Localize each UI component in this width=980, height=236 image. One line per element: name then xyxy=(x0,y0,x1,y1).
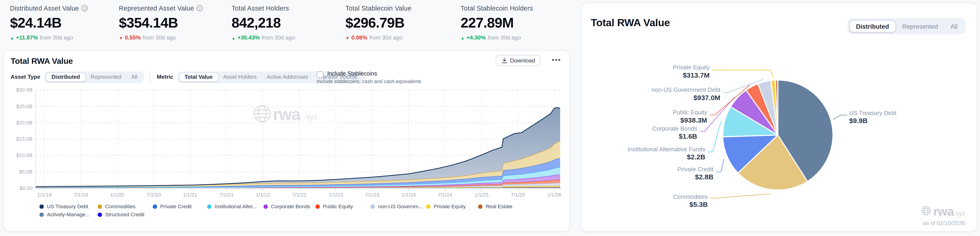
asset-type-option-distributed[interactable]: Distributed xyxy=(46,72,86,81)
pie-label-private-credit: Private Credit$2.8B xyxy=(677,165,713,181)
stat-delta: ▼ 0.55% from 30d ago xyxy=(119,35,203,41)
pie-label-commodities: Commodities$5.3B xyxy=(673,193,708,209)
legend-item: Actively-Manage... xyxy=(40,211,98,217)
asset-type-option-all[interactable]: All xyxy=(126,72,143,81)
rwa-pie-chart[interactable] xyxy=(581,3,978,233)
stat-label: Total Stablecoin Value xyxy=(345,4,411,12)
legend-item: Real Estate xyxy=(478,203,523,209)
card-title: Total RWA Value xyxy=(11,56,73,66)
svg-text:$10.0B: $10.0B xyxy=(16,152,33,158)
svg-text:$30.0B: $30.0B xyxy=(16,87,33,93)
delta-arrow-icon: ▲ xyxy=(231,35,235,40)
pie-label-public-equity: Public Equity$938.3M xyxy=(673,108,707,124)
svg-text:1/1/21: 1/1/21 xyxy=(183,192,197,198)
pie-label-institutional-alternative-funds: Institutional Alternative Funds$2.2B xyxy=(628,145,705,162)
stat-delta: ▲ +4.30% from 30d ago xyxy=(461,35,533,41)
legend-item: Structured Credit xyxy=(98,211,173,217)
legend-dot-icon xyxy=(263,204,268,209)
svg-text:1/1/22: 1/1/22 xyxy=(256,192,270,198)
svg-text:7/1/19: 7/1/19 xyxy=(74,192,88,198)
svg-text:$25.0B: $25.0B xyxy=(16,103,33,109)
legend-dot-icon xyxy=(98,204,102,209)
metric-label: Metric xyxy=(157,74,173,80)
asset-type-toggle: Distributed Represented All xyxy=(45,71,144,83)
help-icon[interactable]: ? xyxy=(81,5,88,11)
delta-arrow-icon: ▼ xyxy=(119,35,123,40)
legend-item: US Treasury Debt xyxy=(40,203,98,209)
rwa-xyz-watermark xyxy=(254,106,270,122)
legend-dot-icon xyxy=(98,212,102,217)
divider xyxy=(149,70,150,84)
stat-value: $24.14B xyxy=(10,15,88,31)
svg-text:7/1/25: 7/1/25 xyxy=(511,192,525,198)
legend-item: Private Credit xyxy=(153,203,207,209)
pie-label-non-us-government-debt: non-US Government Debt$937.0M xyxy=(652,86,720,102)
delta-arrow-icon: ▼ xyxy=(345,35,350,40)
pie-label-corporate-bonds: Corporate Bonds$1.6B xyxy=(652,124,697,141)
metric-option-active-addresses[interactable]: Active Addresses xyxy=(262,72,313,81)
legend-item: Institutional Alter... xyxy=(207,203,263,209)
legend-row-2: Actively-Manage...Structured Credit xyxy=(40,211,523,217)
stat-total-asset-holders: Total Asset Holders 842,218 ▲ +35.43% fr… xyxy=(231,4,295,41)
svg-text:1/1/26: 1/1/26 xyxy=(547,192,562,198)
total-rwa-value-pie-card: Total RWA Value Distributed Represented … xyxy=(581,3,977,232)
chart-legend: US Treasury DebtCommoditiesPrivate Credi… xyxy=(40,203,523,220)
stat-label: Total Asset Holders xyxy=(231,4,289,12)
legend-dot-icon xyxy=(315,204,320,209)
download-button[interactable]: Download xyxy=(495,55,541,67)
legend-dot-icon xyxy=(478,204,482,209)
metric-option-asset-holders[interactable]: Asset Holders xyxy=(218,72,262,81)
svg-text:7/1/23: 7/1/23 xyxy=(365,192,379,198)
rwa-stacked-area-chart[interactable]: rwa.xyz1/1/197/1/191/1/207/1/201/1/217/1… xyxy=(4,85,571,201)
asset-type-option-represented[interactable]: Represented xyxy=(86,72,126,81)
svg-text:1/1/19: 1/1/19 xyxy=(37,192,51,198)
stat-delta: ▼ 0.08% from 30d ago xyxy=(345,35,411,41)
svg-text:$0.00: $0.00 xyxy=(20,185,33,191)
metric-option-total-value[interactable]: Total Value xyxy=(179,72,218,81)
svg-text:$20.0B: $20.0B xyxy=(16,120,33,125)
legend-item: Commodities xyxy=(98,203,153,209)
globe-icon xyxy=(921,206,932,216)
legend-row-1: US Treasury DebtCommoditiesPrivate Credi… xyxy=(40,203,523,209)
legend-item: Corporate Bonds xyxy=(263,203,315,209)
include-stablecoins-sublabel: Include stablecoins, cash and cash-equiv… xyxy=(317,79,421,84)
stat-label: Distributed Asset Value xyxy=(10,4,79,12)
stat-value: 227.89M xyxy=(461,15,533,31)
pie-label-us-treasury-debt: US Treasury Debt$9.9B xyxy=(849,109,897,125)
svg-text:7/1/24: 7/1/24 xyxy=(438,192,452,198)
svg-text:1/1/24: 1/1/24 xyxy=(401,192,416,198)
chart-controls: Asset Type Distributed Represented All M… xyxy=(11,70,363,84)
more-options-button[interactable]: ••• xyxy=(552,56,562,63)
legend-dot-icon xyxy=(40,204,44,209)
svg-text:rwa: rwa xyxy=(273,105,301,124)
stat-value: $296.79B xyxy=(345,15,411,31)
help-icon[interactable]: ? xyxy=(197,5,203,11)
stat-label: Represented Asset Value xyxy=(119,4,194,12)
pie-label-private-equity: Private Equity$313.7M xyxy=(673,63,710,79)
svg-text:7/1/20: 7/1/20 xyxy=(146,192,161,198)
delta-arrow-icon: ▲ xyxy=(10,35,14,40)
svg-text:$5.0B: $5.0B xyxy=(19,169,32,175)
svg-text:1/1/23: 1/1/23 xyxy=(329,192,343,198)
legend-item: Public Equity xyxy=(315,203,371,209)
svg-text:$15.0B: $15.0B xyxy=(16,136,33,142)
stat-total-stablecoin-holders: Total Stablecoin Holders 227.89M ▲ +4.30… xyxy=(461,4,533,41)
svg-text:.xyz: .xyz xyxy=(304,112,317,121)
legend-dot-icon xyxy=(40,212,44,217)
rwa-xyz-watermark: rwa .xyz xyxy=(921,204,965,219)
stat-label: Total Stablecoin Holders xyxy=(461,4,533,12)
svg-text:1/1/25: 1/1/25 xyxy=(474,192,488,198)
stat-total-stablecoin-value: Total Stablecoin Value $296.79B ▼ 0.08% … xyxy=(345,4,411,41)
stat-represented-asset-value: Represented Asset Value ? $354.14B ▼ 0.5… xyxy=(119,4,203,41)
stat-value: 842,218 xyxy=(231,15,295,31)
stat-value: $354.14B xyxy=(119,15,203,31)
include-stablecoins-checkbox[interactable] xyxy=(317,71,324,78)
svg-text:7/1/22: 7/1/22 xyxy=(292,192,307,198)
legend-dot-icon xyxy=(371,204,375,209)
legend-dot-icon xyxy=(426,204,431,209)
include-stablecoins-label: Include Stablecoins xyxy=(327,71,377,77)
stat-delta: ▲ +11.87% from 30d ago xyxy=(10,35,88,41)
stat-distributed-asset-value: Distributed Asset Value ? $24.14B ▲ +11.… xyxy=(10,4,88,41)
svg-text:1/1/20: 1/1/20 xyxy=(110,192,124,198)
asset-type-label: Asset Type xyxy=(11,74,40,80)
